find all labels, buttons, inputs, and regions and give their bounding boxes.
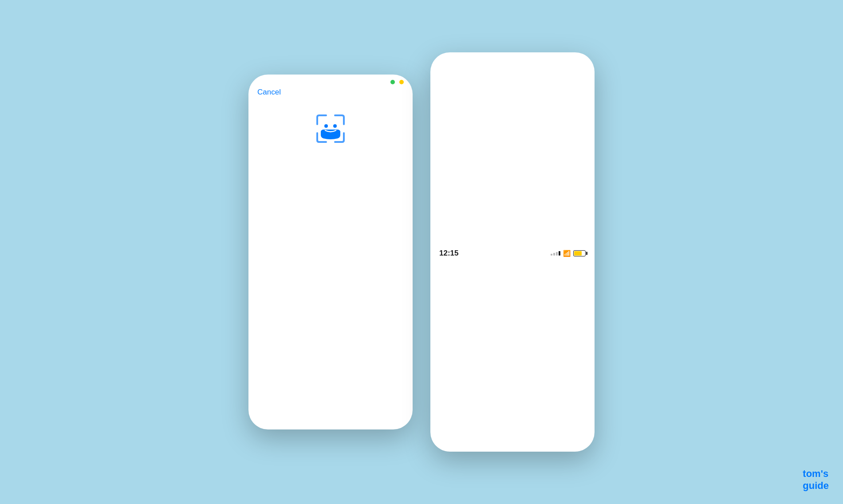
svg-point-0 bbox=[324, 124, 328, 128]
status-time: 12:15 bbox=[439, 249, 458, 258]
battery-fill bbox=[574, 251, 582, 256]
face-icon-area bbox=[248, 102, 413, 429]
svg-point-1 bbox=[333, 124, 337, 128]
battery-icon bbox=[573, 250, 586, 256]
status-bar-left bbox=[248, 75, 413, 86]
toms-guide-watermark: tom's guide bbox=[803, 468, 829, 492]
signal-icon bbox=[551, 251, 560, 256]
cancel-button[interactable]: Cancel bbox=[248, 86, 413, 102]
yellow-dot bbox=[399, 80, 404, 84]
wifi-icon: 📶 bbox=[563, 250, 571, 257]
status-bar-right: 12:15 📶 bbox=[430, 52, 595, 452]
left-iphone: Cancel Use Face ID W bbox=[248, 75, 413, 429]
green-dot bbox=[390, 80, 395, 84]
face-id-mask-icon bbox=[313, 111, 348, 146]
right-iphone: 12:15 📶 ‹ Settings Face ID & Passcode bbox=[430, 52, 595, 452]
status-icons: 📶 bbox=[551, 250, 586, 257]
